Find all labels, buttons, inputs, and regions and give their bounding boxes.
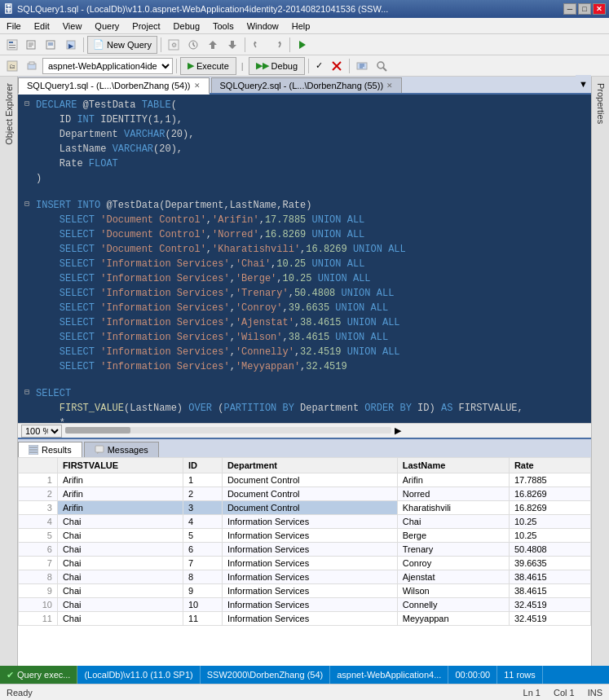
toolbar-btn-3[interactable] [42,36,60,54]
tab2-label: SQLQuery2.sql - (L...\DorbenZhang (55)) [220,81,384,90]
cell-department: Information Services [222,557,397,570]
table-row: 7Chai7Information ServicesConroy39.6635 [19,557,591,570]
cell-rownum: 2 [19,487,58,501]
fold-btn-21[interactable]: ⊟ [24,386,33,398]
app-icon: 🗄 [3,3,14,15]
status-user: SSW2000\DorbenZhang (54) [201,666,330,684]
cell-rownum: 1 [19,473,58,487]
toolbar2-btn-cancel[interactable] [328,57,346,75]
cell-department: Information Services [222,570,397,584]
cell-rownum: 7 [19,557,58,570]
fold-btn-1[interactable]: ⊟ [24,98,33,110]
cell-lastname: Conroy [397,557,509,570]
code-line-13: SELECT 'Information Services','Berge',10… [24,271,585,286]
cell-id: 5 [183,529,223,543]
status-time: 00:00:00 [448,666,497,684]
toolbar2-btn-3[interactable] [353,57,371,75]
results-tabs: Results Messages [18,439,591,457]
cell-id: 8 [183,570,223,584]
debug-button[interactable]: ▶▶ Debug [249,57,305,75]
redo-button[interactable] [268,36,286,54]
results-table-wrap[interactable]: FIRSTVALUE ID Department LastName Rate 1… [18,457,591,666]
undo-button[interactable] [249,36,267,54]
code-line-15: SELECT 'Information Services','Conroy',3… [24,301,585,315]
table-row: 4Chai4Information ServicesChai10.25 [19,515,591,529]
toolbar-btn-5[interactable]: ⚙ [165,36,183,54]
toolbar-btn-9[interactable] [293,36,311,54]
toolbar-btn-2[interactable] [23,36,41,54]
toolbar-btn-6[interactable] [184,36,202,54]
bottom-status: Ready [7,688,33,698]
status-server: (LocalDb)\v11.0 (11.0 SP1) [77,666,200,684]
code-line-19: SELECT 'Information Services','Meyyappan… [24,359,585,374]
results-table: FIRSTVALUE ID Department LastName Rate 1… [18,457,591,626]
cell-department: Information Services [222,529,397,543]
table-row: 2Arifin2Document ControlNorred16.8269 [19,487,591,501]
code-line-11: SELECT 'Document Control','Kharatishvili… [24,242,585,257]
cell-rate: 32.4519 [509,598,590,612]
cell-department: Document Control [222,501,397,515]
cell-firstvalue: Arifin [57,487,183,501]
menu-project[interactable]: Project [129,20,163,33]
cell-firstvalue: Chai [57,543,183,557]
toolbar-btn-4[interactable]: ▶ [62,36,80,54]
menu-edit[interactable]: Edit [31,20,53,33]
execute-button[interactable]: ▶ Execute [180,57,236,75]
tab-sqlquery1[interactable]: SQLQuery1.sql - (L...\DorbenZhang (54)) … [18,77,210,95]
tab2-close[interactable]: ✕ [386,81,393,90]
menu-view[interactable]: View [60,20,86,33]
cell-rownum: 4 [19,515,58,529]
bottom-line: Ln 1 [523,688,541,698]
cell-lastname: Berge [397,529,509,543]
new-query-button[interactable]: 📄 New Query [87,36,157,54]
toolbar-sep-2 [161,37,161,52]
scroll-bar[interactable] [65,425,391,437]
tab-sqlquery2[interactable]: SQLQuery2.sql - (L...\DorbenZhang (55)) … [211,77,403,93]
minimize-button[interactable]: ─ [563,3,576,15]
results-tab-results[interactable]: Results [18,442,82,457]
database-selector[interactable]: aspnet-WebApplication4ide [42,58,173,74]
code-line-4: LastName VARCHAR(20), [24,142,585,156]
title-bar: 🗄 SQLQuery1.sql - (LocalDb)\v11.0.aspnet… [0,0,609,18]
cell-lastname: Trenary [397,543,509,557]
cell-firstvalue: Chai [57,584,183,598]
code-line-3: Department VARCHAR(20), [24,127,585,142]
menu-debug[interactable]: Debug [170,20,203,33]
toolbar2-btn-1[interactable]: 🗂 [3,57,21,75]
object-explorer-label[interactable]: Object Explorer [4,77,14,152]
results-tab-messages[interactable]: Messages [84,442,159,457]
col-header-rate: Rate [509,458,590,473]
close-button[interactable]: ✕ [593,3,606,15]
cell-department: Information Services [222,584,397,598]
cell-lastname: Connelly [397,598,509,612]
tab1-close[interactable]: ✕ [194,81,201,90]
properties-label[interactable]: Properties [596,77,606,130]
toolbar2-btn-4[interactable] [373,57,391,75]
table-row: 10Chai10Information ServicesConnelly32.4… [19,598,591,612]
toolbar2-btn-2[interactable] [23,57,41,75]
tab1-label: SQLQuery1.sql - (L...\DorbenZhang (54)) [27,81,191,90]
code-line-20 [24,374,585,386]
menu-file[interactable]: File [3,20,24,33]
menu-query[interactable]: Query [91,20,122,33]
code-line-1: ⊟ DECLARE @TestData TABLE( [24,98,585,112]
execute-icon: ▶ [188,60,194,71]
menu-tools[interactable]: Tools [210,20,237,33]
zoom-selector[interactable]: 100 % 75 % 125 % [21,425,62,438]
toolbar-btn-8[interactable] [223,36,241,54]
code-editor[interactable]: ⊟ DECLARE @TestData TABLE( ID INT IDENTI… [18,95,591,423]
tab-scroll-right[interactable]: ▼ [576,75,591,93]
toolbar-btn-7[interactable] [204,36,222,54]
svg-rect-3 [9,47,15,48]
toolbar-btn-1[interactable] [3,36,21,54]
table-row: 8Chai8Information ServicesAjenstat38.461… [19,570,591,584]
menu-window[interactable]: Window [244,20,282,33]
scroll-right-btn[interactable]: ▶ [395,425,401,436]
col-header-firstvalue: FIRSTVALUE [57,458,183,473]
code-line-16: SELECT 'Information Services','Ajenstat'… [24,315,585,330]
cell-firstvalue: Chai [57,529,183,543]
main-toolbar: ▶ 📄 New Query ⚙ [0,34,609,55]
menu-help[interactable]: Help [289,20,314,33]
toolbar2-btn-check[interactable]: ✓ [312,57,326,75]
maximize-button[interactable]: □ [578,3,591,15]
